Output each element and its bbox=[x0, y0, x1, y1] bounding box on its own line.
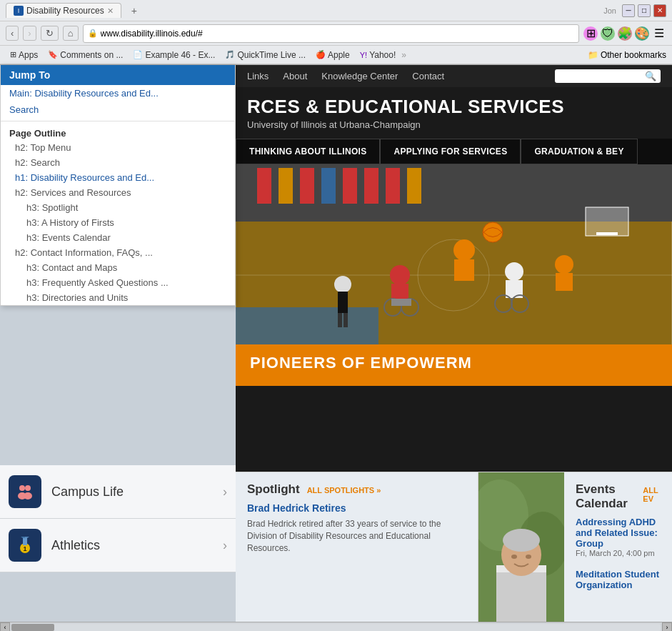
bookmark-comments[interactable]: 🔖 Comments on ... bbox=[44, 49, 127, 61]
sidebar-nav: Campus Life › 1 Athletics › bbox=[0, 465, 236, 572]
all-spotlights-link[interactable]: ALL SPOTLIGHTS » bbox=[307, 486, 381, 495]
basketball-scene-svg: PIONEERS OF EMPOWERM bbox=[236, 164, 672, 386]
sidebar-item-athletics[interactable]: 1 Athletics › bbox=[0, 519, 236, 572]
outline-h2-top-menu[interactable]: h2: Top Menu bbox=[1, 140, 235, 155]
event-name-2[interactable]: Meditation Student Organization bbox=[576, 569, 661, 590]
other-bookmarks[interactable]: 📁 Other bookmarks bbox=[588, 50, 666, 60]
browser-tab[interactable]: I Disability Resources ✕ bbox=[6, 3, 121, 18]
comments-bookmark-icon: 🔖 bbox=[48, 50, 58, 59]
address-bar[interactable]: 🔒 bbox=[83, 24, 579, 43]
bookmark-apple[interactable]: 🍎 Apple bbox=[311, 49, 354, 61]
close-button[interactable]: ✕ bbox=[653, 4, 666, 17]
spotlight-story-title[interactable]: Brad Hedrick Retires bbox=[247, 502, 466, 514]
tab-favicon: I bbox=[14, 6, 24, 16]
svg-point-27 bbox=[390, 265, 410, 285]
sidebar-item-campus-life[interactable]: Campus Life › bbox=[0, 465, 236, 519]
site-nav-contact[interactable]: Contact bbox=[412, 71, 444, 81]
minimize-button[interactable]: ─ bbox=[622, 4, 635, 17]
forward-button[interactable]: › bbox=[23, 26, 36, 41]
svg-point-23 bbox=[334, 276, 351, 293]
scroll-left-button[interactable]: ‹ bbox=[0, 622, 10, 632]
scroll-thumb[interactable] bbox=[11, 624, 54, 631]
svg-rect-24 bbox=[338, 292, 348, 313]
site-nav-about[interactable]: About bbox=[283, 71, 307, 81]
bookmarks-bar: ⊞ Apps 🔖 Comments on ... 📄 Example 46 - … bbox=[0, 46, 672, 64]
jump-to-main-link[interactable]: Main: Disability Resources and Ed... bbox=[1, 85, 235, 101]
svg-point-0 bbox=[19, 485, 25, 491]
shield-icon[interactable]: 🛡 bbox=[601, 26, 615, 41]
event-name-1[interactable]: Addressing ADHD and Related Issue: Group bbox=[576, 517, 661, 549]
outline-h2-services[interactable]: h2: Services and Resources bbox=[1, 185, 235, 200]
outline-h3-directories[interactable]: h3: Directories and Units bbox=[1, 290, 235, 305]
site-search-input[interactable] bbox=[559, 71, 645, 81]
svg-point-40 bbox=[483, 222, 503, 242]
nav-icons: ⊞ 🛡 🧩 🎨 ☰ bbox=[583, 26, 666, 41]
svg-rect-41 bbox=[586, 207, 628, 236]
svg-point-53 bbox=[526, 555, 531, 559]
color-icon[interactable]: 🎨 bbox=[635, 26, 649, 41]
svg-point-38 bbox=[555, 255, 573, 274]
person-photo-svg bbox=[478, 472, 564, 622]
hero-tabs: THINKING ABOUT ILLINOIS APPLYING FOR SER… bbox=[236, 139, 672, 164]
outline-h3-history[interactable]: h3: A History of Firsts bbox=[1, 215, 235, 230]
outline-h1-disability[interactable]: h1: Disability Resources and Ed... bbox=[1, 170, 235, 185]
outline-h2-search[interactable]: h2: Search bbox=[1, 155, 235, 170]
tab-thinking-about-illinois[interactable]: THINKING ABOUT ILLINOIS bbox=[236, 139, 380, 164]
tab-close-button[interactable]: ✕ bbox=[107, 6, 114, 16]
bookmark-apps-label: Apps bbox=[19, 50, 38, 60]
refresh-button[interactable]: ↻ bbox=[41, 26, 59, 41]
horizontal-scrollbar[interactable]: ‹ › bbox=[0, 622, 672, 631]
site-nav-links[interactable]: Links bbox=[247, 71, 269, 81]
url-input[interactable] bbox=[101, 29, 574, 39]
scroll-track[interactable] bbox=[11, 624, 661, 631]
jump-to-panel: Jump To Main: Disability Resources and E… bbox=[0, 65, 236, 306]
svg-point-1 bbox=[25, 485, 31, 491]
bookmark-apple-label: Apple bbox=[328, 50, 350, 60]
athletics-chevron-icon: › bbox=[223, 538, 227, 553]
outline-h3-faq[interactable]: h3: Frequently Asked Questions ... bbox=[1, 275, 235, 290]
title-bar: I Disability Resources ✕ + Jon ─ □ ✕ bbox=[0, 0, 672, 21]
home-button[interactable]: ⌂ bbox=[63, 26, 79, 41]
scroll-right-button[interactable]: › bbox=[662, 622, 672, 632]
bookmark-yahoo[interactable]: Y! Yahoo! bbox=[356, 49, 401, 61]
campus-life-label: Campus Life bbox=[51, 485, 223, 500]
svg-marker-7 bbox=[21, 537, 25, 538]
user-label: Jon bbox=[603, 6, 616, 15]
bookmark-example[interactable]: 📄 Example 46 - Ex... bbox=[129, 49, 219, 61]
svg-rect-39 bbox=[556, 273, 573, 291]
tab-title: Disability Resources bbox=[26, 6, 104, 16]
bookmark-quicktime[interactable]: 🎵 QuickTime Live ... bbox=[221, 49, 310, 61]
site-search-box[interactable]: 🔍 bbox=[555, 69, 661, 83]
example-bookmark-icon: 📄 bbox=[133, 50, 143, 59]
svg-rect-49 bbox=[496, 572, 546, 622]
site-nav-knowledge[interactable]: Knowledge Center bbox=[321, 71, 398, 81]
bookmarks-divider: » bbox=[401, 50, 406, 60]
svg-rect-25 bbox=[338, 313, 342, 327]
svg-point-51 bbox=[503, 529, 540, 552]
svg-point-32 bbox=[453, 239, 475, 261]
outline-h3-contact-maps[interactable]: h3: Contact and Maps bbox=[1, 260, 235, 275]
site-title: RCES & EDUCATIONAL SERVICES bbox=[247, 96, 661, 118]
jump-to-search-link[interactable]: Search bbox=[1, 101, 235, 118]
svg-rect-14 bbox=[257, 168, 271, 204]
grid-icon[interactable]: ⊞ bbox=[583, 26, 598, 41]
svg-marker-8 bbox=[25, 537, 29, 538]
all-events-link[interactable]: ALL EV bbox=[643, 486, 661, 503]
svg-rect-18 bbox=[343, 168, 357, 204]
maximize-button[interactable]: □ bbox=[638, 4, 651, 17]
menu-icon[interactable]: ☰ bbox=[652, 26, 666, 41]
tab-graduation[interactable]: GRADUATION & BEY bbox=[521, 139, 637, 164]
medal-icon: 1 bbox=[15, 535, 35, 555]
outline-h3-events[interactable]: h3: Events Calendar bbox=[1, 230, 235, 245]
bookmark-apps[interactable]: ⊞ Apps bbox=[6, 49, 42, 61]
back-button[interactable]: ‹ bbox=[6, 26, 19, 41]
tab-applying-for-services[interactable]: APPLYING FOR SERVICES bbox=[380, 139, 521, 164]
search-icon: 🔍 bbox=[645, 71, 656, 81]
new-tab-button[interactable]: + bbox=[126, 3, 143, 19]
person-photo-area bbox=[478, 472, 564, 622]
spotlight-story-text: Brad Hedrick retired after 33 years of s… bbox=[247, 518, 466, 554]
puzzle-icon[interactable]: 🧩 bbox=[618, 26, 632, 41]
outline-h3-spotlight[interactable]: h3: Spotlight bbox=[1, 200, 235, 215]
outline-h2-contact[interactable]: h2: Contact Information, FAQs, ... bbox=[1, 245, 235, 260]
events-title: Events Calendar bbox=[576, 482, 636, 511]
